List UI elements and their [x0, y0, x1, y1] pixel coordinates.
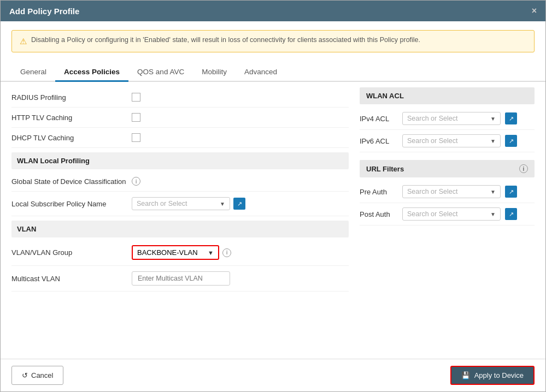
- pre-auth-label: Pre Auth: [360, 188, 398, 196]
- global-state-row: Global State of Device Classification i: [11, 171, 349, 192]
- vlan-select-wrapper: BACKBONE-VLAN ▼ i: [132, 245, 231, 260]
- local-subscriber-control: Search or Select ▼ ↗: [132, 197, 349, 210]
- pre-auth-external-link[interactable]: ↗: [505, 186, 517, 198]
- radius-profiling-label: RADIUS Profiling: [11, 93, 132, 102]
- warning-text: Disabling a Policy or configuring it in …: [31, 36, 420, 44]
- http-tlv-label: HTTP TLV Caching: [11, 114, 132, 122]
- local-subscriber-label: Local Subscriber Policy Name: [11, 200, 132, 208]
- ipv6-acl-select[interactable]: Search or Select ▼: [402, 134, 501, 147]
- post-auth-placeholder: Search or Select: [407, 210, 457, 218]
- vlan-group-value: BACKBONE-VLAN: [137, 248, 198, 257]
- ipv4-acl-label: IPv4 ACL: [360, 115, 398, 123]
- local-subscriber-row: Local Subscriber Policy Name Search or S…: [11, 192, 349, 216]
- vlan-group-label: VLAN/VLAN Group: [11, 248, 132, 257]
- right-panel: WLAN ACL IPv4 ACL Search or Select ▼ ↗ I…: [360, 87, 535, 353]
- ipv6-arrow-icon: ▼: [490, 138, 496, 144]
- url-filters-section: URL Filters i Pre Auth Search or Select …: [360, 160, 535, 225]
- pre-auth-row: Pre Auth Search or Select ▼ ↗: [360, 181, 535, 203]
- modal-title: Add Policy Profile: [9, 7, 79, 16]
- ipv6-acl-row: IPv6 ACL Search or Select ▼ ↗: [360, 130, 535, 152]
- post-auth-external-link[interactable]: ↗: [505, 208, 517, 220]
- apply-to-device-button[interactable]: 💾 Apply to Device: [450, 366, 535, 385]
- radius-profiling-checkbox[interactable]: [132, 93, 140, 102]
- cancel-button[interactable]: ↺ Cancel: [11, 366, 63, 385]
- warning-banner: ⚠ Disabling a Policy or configuring it i…: [11, 30, 535, 52]
- multicast-vlan-control: [132, 271, 349, 286]
- vlan-group-select[interactable]: BACKBONE-VLAN ▼: [132, 245, 219, 260]
- url-filters-info-icon[interactable]: i: [519, 164, 528, 173]
- add-policy-profile-modal: Add Policy Profile × ⚠ Disabling a Polic…: [0, 0, 546, 392]
- pre-auth-select[interactable]: Search or Select ▼: [402, 185, 501, 198]
- post-auth-row: Post Auth Search or Select ▼ ↗: [360, 203, 535, 225]
- tab-access-policies[interactable]: Access Policies: [55, 63, 128, 82]
- ipv4-arrow-icon: ▼: [490, 116, 496, 122]
- vlan-group-info-icon[interactable]: i: [222, 248, 231, 257]
- http-tlv-control: [132, 113, 349, 122]
- post-auth-select[interactable]: Search or Select ▼: [402, 207, 501, 221]
- tab-bar: General Access Policies QOS and AVC Mobi…: [1, 63, 545, 82]
- global-state-label: Global State of Device Classification: [11, 177, 132, 186]
- cancel-icon: ↺: [22, 371, 28, 379]
- dhcp-tlv-control: [132, 133, 349, 142]
- close-button[interactable]: ×: [532, 6, 537, 16]
- apply-icon: 💾: [461, 371, 470, 379]
- apply-label: Apply to Device: [474, 371, 524, 379]
- global-state-control: i: [132, 177, 349, 186]
- dhcp-tlv-checkbox[interactable]: [132, 133, 140, 142]
- ipv6-acl-placeholder: Search or Select: [407, 137, 457, 145]
- local-subscriber-arrow-icon: ▼: [220, 201, 225, 207]
- local-subscriber-select[interactable]: Search or Select ▼: [132, 197, 230, 210]
- radius-profiling-row: RADIUS Profiling: [11, 87, 349, 108]
- ipv6-acl-external-link[interactable]: ↗: [505, 135, 517, 147]
- ipv4-acl-placeholder: Search or Select: [407, 115, 457, 122]
- wlan-local-profiling-header: WLAN Local Profiling: [11, 152, 349, 169]
- vlan-header: VLAN: [11, 221, 349, 237]
- http-tlv-checkbox[interactable]: [132, 113, 140, 122]
- multicast-vlan-input[interactable]: [132, 271, 230, 286]
- left-panel: RADIUS Profiling HTTP TLV Caching DHCP T…: [11, 87, 349, 353]
- vlan-group-row: VLAN/VLAN Group BACKBONE-VLAN ▼ i: [11, 240, 349, 266]
- post-auth-label: Post Auth: [360, 210, 398, 218]
- vlan-group-control: BACKBONE-VLAN ▼ i: [132, 245, 349, 260]
- warning-icon: ⚠: [20, 37, 27, 46]
- tab-mobility[interactable]: Mobility: [193, 63, 236, 82]
- pre-auth-placeholder: Search or Select: [407, 188, 457, 195]
- vlan-select-arrow-icon: ▼: [208, 250, 214, 256]
- ipv6-acl-label: IPv6 ACL: [360, 137, 398, 145]
- dhcp-tlv-row: DHCP TLV Caching: [11, 128, 349, 148]
- pre-auth-arrow-icon: ▼: [490, 189, 496, 195]
- modal-header: Add Policy Profile ×: [1, 1, 545, 21]
- wlan-acl-header: WLAN ACL: [360, 87, 535, 104]
- content-area: RADIUS Profiling HTTP TLV Caching DHCP T…: [1, 82, 545, 359]
- tab-advanced[interactable]: Advanced: [236, 63, 286, 82]
- tab-general[interactable]: General: [11, 63, 55, 82]
- cancel-label: Cancel: [31, 371, 53, 379]
- radius-profiling-control: [132, 93, 349, 102]
- url-filters-header: URL Filters i: [360, 160, 535, 177]
- http-tlv-row: HTTP TLV Caching: [11, 108, 349, 128]
- multicast-vlan-row: Multicast VLAN: [11, 266, 349, 292]
- modal-footer: ↺ Cancel 💾 Apply to Device: [1, 359, 545, 391]
- ipv4-acl-row: IPv4 ACL Search or Select ▼ ↗: [360, 108, 535, 130]
- ipv4-acl-external-link[interactable]: ↗: [505, 112, 517, 124]
- post-auth-arrow-icon: ▼: [490, 211, 496, 217]
- global-state-info-icon[interactable]: i: [132, 177, 140, 186]
- ipv4-acl-select[interactable]: Search or Select ▼: [402, 112, 501, 125]
- local-subscriber-external-link[interactable]: ↗: [233, 198, 245, 210]
- url-filters-label: URL Filters: [366, 165, 404, 173]
- tab-qos-avc[interactable]: QOS and AVC: [128, 63, 193, 82]
- multicast-vlan-label: Multicast VLAN: [11, 275, 132, 283]
- local-subscriber-placeholder: Search or Select: [137, 200, 187, 207]
- dhcp-tlv-label: DHCP TLV Caching: [11, 134, 132, 142]
